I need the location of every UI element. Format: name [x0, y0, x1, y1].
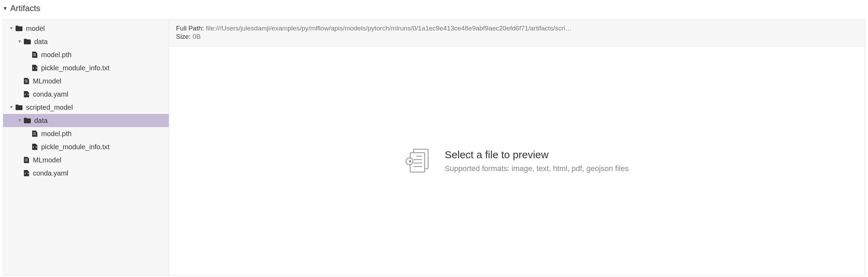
tree-folder-model[interactable]: ▼ model	[3, 22, 169, 35]
full-path-label: Full Path:	[176, 25, 204, 32]
preview-title: Select a file to preview	[445, 149, 629, 161]
caret-down-icon: ▼	[17, 38, 22, 45]
tree-file-conda-yaml[interactable]: conda.yaml	[3, 88, 169, 101]
artifacts-container: ▼ model ▼ data model.pth	[3, 19, 865, 276]
content-pane: Full Path: file:///Users/julesdamji/exam…	[169, 20, 865, 275]
caret-down-icon: ▼	[3, 6, 8, 11]
caret-down-icon: ▼	[17, 117, 22, 124]
folder-icon	[24, 118, 31, 123]
tree-item-label: conda.yaml	[33, 168, 68, 178]
full-path-value: file:///Users/julesdamji/examples/py/mlf…	[206, 25, 572, 32]
tree-item-label: conda.yaml	[33, 89, 68, 99]
tree-folder-scripted-model[interactable]: ▼ scripted_model	[3, 101, 169, 114]
size-label: Size:	[176, 33, 191, 41]
tree-file-conda-yaml-2[interactable]: conda.yaml	[3, 167, 169, 180]
tree-item-label: MLmodel	[33, 155, 61, 165]
preview-subtitle: Supported formats: image, text, html, pd…	[445, 164, 629, 173]
tree-file-mlmodel-2[interactable]: MLmodel	[3, 153, 169, 167]
file-icon	[32, 52, 38, 58]
tree-item-label: pickle_module_info.txt	[41, 63, 110, 73]
file-icon	[32, 131, 38, 137]
preview-documents-icon	[405, 148, 433, 174]
section-title: Artifacts	[10, 3, 40, 13]
tree-item-label: model.pth	[41, 50, 72, 60]
svg-point-7	[409, 160, 412, 162]
caret-down-icon: ▼	[9, 25, 14, 32]
tree-file-pickle-info[interactable]: pickle_module_info.txt	[3, 61, 169, 74]
preview-text-block: Select a file to preview Supported forma…	[445, 149, 629, 173]
folder-icon	[16, 105, 22, 110]
artifacts-tree: ▼ model ▼ data model.pth	[3, 20, 169, 275]
tree-item-label: pickle_module_info.txt	[41, 142, 110, 152]
folder-icon	[16, 26, 22, 31]
tree-item-label: scripted_model	[26, 102, 73, 113]
tree-file-pickle-info-2[interactable]: pickle_module_info.txt	[3, 140, 169, 153]
artifacts-section-header[interactable]: ▼ Artifacts	[0, 0, 868, 17]
tree-file-model-pth[interactable]: model.pth	[3, 48, 169, 61]
full-path-row: Full Path: file:///Users/julesdamji/exam…	[176, 25, 858, 32]
tree-item-label: model.pth	[41, 128, 72, 139]
preview-area: Select a file to preview Supported forma…	[169, 46, 865, 275]
caret-down-icon: ▼	[9, 104, 14, 111]
tree-folder-scripted-model-data[interactable]: ▼ data	[3, 114, 169, 127]
folder-icon	[24, 39, 31, 44]
tree-item-label: data	[34, 36, 48, 47]
size-row: Size: 0B	[176, 33, 858, 41]
tree-folder-model-data[interactable]: ▼ data	[3, 35, 169, 48]
file-icon	[24, 157, 29, 163]
tree-file-mlmodel[interactable]: MLmodel	[3, 74, 169, 88]
tree-item-label: data	[34, 115, 48, 126]
info-bar: Full Path: file:///Users/julesdamji/exam…	[169, 20, 865, 46]
file-code-icon	[24, 170, 29, 176]
tree-item-label: MLmodel	[33, 76, 61, 86]
file-icon	[24, 78, 29, 84]
file-code-icon	[32, 144, 38, 150]
file-code-icon	[32, 65, 38, 71]
file-code-icon	[24, 91, 29, 97]
size-value: 0B	[193, 33, 201, 41]
tree-item-label: model	[26, 23, 45, 34]
tree-file-model-pth-2[interactable]: model.pth	[3, 127, 169, 140]
